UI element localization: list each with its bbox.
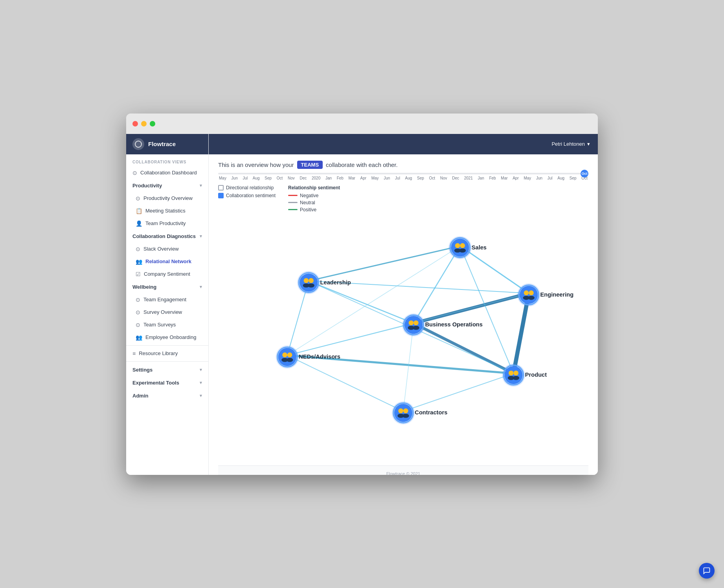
logo-inner bbox=[135, 141, 142, 148]
sidebar-item-slack-overview[interactable]: ⊙ Slack Overview bbox=[129, 243, 208, 255]
page-intro: This is an overview how your TEAMS colla… bbox=[218, 161, 588, 169]
wellbeing-group-header[interactable]: Wellbeing ▾ bbox=[126, 280, 208, 293]
sidebar-item-company-sentiment[interactable]: ☑ Company Sentiment bbox=[129, 268, 208, 280]
timeline-bar: Oct bbox=[218, 173, 588, 174]
logo-circle bbox=[132, 138, 144, 150]
edge-sales-neds bbox=[287, 246, 460, 355]
sidebar-item-label: Employee Onboarding bbox=[145, 334, 196, 340]
chevron-down-icon: ▾ bbox=[200, 367, 202, 372]
collaboration-checkbox[interactable] bbox=[218, 193, 224, 198]
positive-line bbox=[288, 209, 298, 210]
experimental-tools-label: Experimental Tools bbox=[132, 380, 179, 386]
edge-leadership-sales bbox=[309, 246, 460, 281]
legend-neutral: Neutral bbox=[288, 200, 340, 205]
svg-point-4 bbox=[460, 243, 465, 248]
svg-point-46 bbox=[403, 408, 408, 413]
product-label: Product bbox=[525, 372, 547, 378]
svg-point-43 bbox=[394, 404, 412, 422]
negative-line bbox=[288, 195, 298, 196]
user-chevron-icon: ▾ bbox=[587, 141, 590, 147]
legend-negative: Negative bbox=[288, 193, 340, 198]
survey-overview-icon: ⊙ bbox=[136, 309, 140, 315]
node-sales[interactable]: Sales bbox=[448, 236, 487, 259]
app-body: Flowtrace COLLABORATION VIEWS ⊙ Collabor… bbox=[126, 134, 598, 475]
node-product[interactable]: Product bbox=[502, 363, 547, 387]
svg-point-15 bbox=[300, 273, 318, 291]
svg-point-13 bbox=[528, 295, 535, 299]
chevron-down-icon: ▾ bbox=[200, 183, 202, 188]
svg-point-45 bbox=[398, 408, 403, 413]
company-sentiment-icon: ☑ bbox=[136, 271, 141, 277]
settings-header[interactable]: Settings ▾ bbox=[126, 363, 208, 376]
sidebar-item-meeting-statistics[interactable]: 📋 Meeting Statistics bbox=[129, 205, 208, 217]
sidebar-item-resource-library[interactable]: ≡ Resource Library bbox=[126, 347, 208, 360]
productivity-group-header[interactable]: Productivity ▾ bbox=[126, 179, 208, 192]
sidebar-item-label: Team Productivity bbox=[145, 220, 186, 226]
meeting-stats-icon: 📋 bbox=[136, 208, 142, 214]
user-menu[interactable]: Petri Lehtonen ▾ bbox=[551, 141, 590, 147]
legend-directional[interactable]: Directional relationship bbox=[218, 185, 276, 191]
legend-positive: Positive bbox=[288, 207, 340, 212]
sidebar-item-team-engagement[interactable]: ⊙ Team Engagement bbox=[129, 293, 208, 306]
footer: Flowtrace © 2021 Created with ♥ by Flowt… bbox=[218, 465, 588, 475]
sidebar-item-relational-network[interactable]: 👥 Relational Network bbox=[129, 255, 208, 268]
svg-point-11 bbox=[529, 290, 534, 295]
sidebar-item-label: Meeting Statistics bbox=[145, 208, 186, 214]
svg-point-38 bbox=[509, 370, 514, 376]
svg-point-22 bbox=[404, 316, 423, 334]
node-contractors[interactable]: Contractors bbox=[392, 401, 448, 424]
sidebar-item-label: Company Sentiment bbox=[144, 271, 190, 277]
sidebar-item-collaboration-dashboard[interactable]: ⊙ Collaboration Dashboard bbox=[126, 167, 208, 179]
divider bbox=[126, 361, 208, 362]
svg-point-32 bbox=[287, 352, 292, 357]
team-surveys-icon: ⊙ bbox=[136, 322, 140, 328]
edge-business-contractors bbox=[403, 323, 413, 411]
sidebar-item-team-productivity[interactable]: 👤 Team Productivity bbox=[129, 217, 208, 230]
sidebar-item-label: Relational Network bbox=[145, 258, 191, 264]
svg-point-27 bbox=[413, 326, 419, 330]
svg-point-29 bbox=[278, 348, 296, 366]
negative-label: Negative bbox=[300, 193, 318, 198]
chevron-down-icon: ▾ bbox=[200, 393, 202, 398]
admin-header[interactable]: Admin ▾ bbox=[126, 389, 208, 402]
productivity-overview-icon: ⊙ bbox=[136, 195, 140, 201]
intro-before-text: This is an overview how your bbox=[218, 161, 294, 168]
legend-collaboration[interactable]: Collaboration sentiment bbox=[218, 193, 276, 198]
teams-badge[interactable]: TEAMS bbox=[297, 161, 323, 169]
chat-button[interactable] bbox=[699, 563, 715, 579]
svg-point-41 bbox=[513, 376, 519, 380]
productivity-group-label: Productivity bbox=[132, 183, 162, 189]
chevron-down-icon: ▾ bbox=[200, 284, 202, 289]
timeline-current-marker: Oct bbox=[581, 170, 588, 178]
node-leadership[interactable]: Leadership bbox=[297, 271, 351, 294]
minimize-button[interactable] bbox=[141, 121, 147, 126]
chevron-down-icon: ▾ bbox=[200, 234, 202, 239]
sidebar-item-employee-onboarding[interactable]: 👥 Employee Onboarding bbox=[129, 331, 208, 344]
timeline-months: May Jun Jul Aug Sep Oct Nov Dec 2020 Jan… bbox=[218, 176, 588, 180]
diagnostics-group-header[interactable]: Collaboration Diagnostics ▾ bbox=[126, 230, 208, 243]
sidebar-item-label: Collaboration Dashboard bbox=[140, 170, 197, 176]
collaboration-label: Collaboration sentiment bbox=[226, 193, 276, 198]
svg-point-20 bbox=[308, 283, 314, 287]
node-engineering[interactable]: Engineering bbox=[517, 283, 573, 306]
close-button[interactable] bbox=[132, 121, 138, 126]
productivity-submenu: ⊙ Productivity Overview 📋 Meeting Statis… bbox=[126, 192, 208, 230]
svg-point-8 bbox=[520, 286, 538, 304]
legend-checkboxes: Directional relationship Collaboration s… bbox=[218, 185, 276, 198]
traffic-lights bbox=[132, 121, 155, 126]
timeline[interactable]: Oct May Jun Jul Aug Sep Oct Nov Dec 2020… bbox=[218, 173, 588, 180]
neds-label: NEDs/Advisors bbox=[299, 354, 340, 360]
slack-icon: ⊙ bbox=[136, 246, 140, 252]
brand-label: Flowtrace bbox=[148, 141, 176, 147]
sidebar-item-survey-overview[interactable]: ⊙ Survey Overview bbox=[129, 306, 208, 319]
contractors-label: Contractors bbox=[415, 409, 447, 416]
maximize-button[interactable] bbox=[150, 121, 155, 126]
chat-icon bbox=[703, 567, 711, 575]
directional-checkbox[interactable] bbox=[218, 185, 224, 191]
legend-sentiment: Relationship sentiment Negative Neutral … bbox=[288, 185, 340, 212]
sidebar-header: Flowtrace bbox=[126, 134, 208, 154]
sidebar-item-team-surveys[interactable]: ⊙ Team Surveys bbox=[129, 319, 208, 331]
sidebar-item-productivity-overview[interactable]: ⊙ Productivity Overview bbox=[129, 192, 208, 205]
svg-point-31 bbox=[282, 352, 287, 357]
experimental-tools-header[interactable]: Experimental Tools ▾ bbox=[126, 376, 208, 389]
